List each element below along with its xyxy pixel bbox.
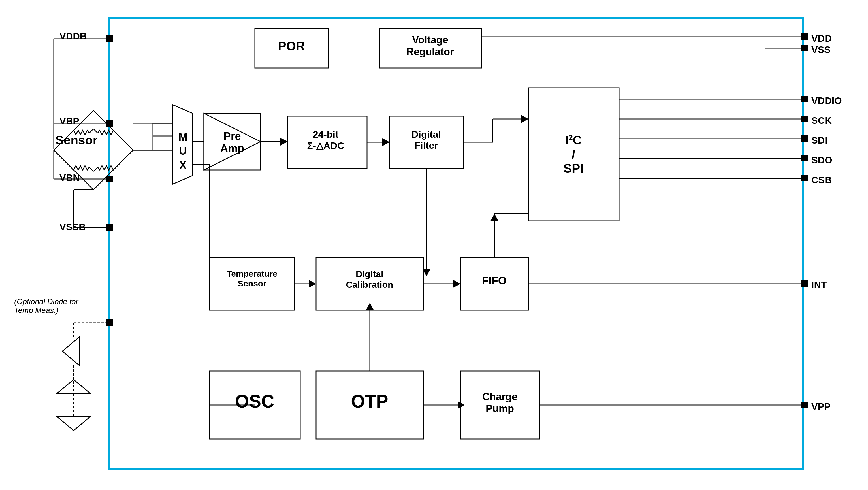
preamp-label: PreAmp [207,130,258,155]
svg-rect-67 [801,175,808,181]
svg-rect-63 [801,135,808,142]
svg-marker-37 [309,280,316,288]
diagram-container: VDDB VBP VBN VSSB Sensor MUX PreAmp 24-b… [11,11,855,479]
vddio-label: VDDIO [811,95,842,106]
svg-rect-59 [801,96,808,102]
vddb-label: VDDB [59,31,87,42]
por-label: POR [256,39,327,53]
osc-label: OSC [211,391,299,412]
vss-label: VSS [811,44,831,55]
svg-rect-69 [801,280,808,287]
digital-cal-label: DigitalCalibration [317,269,422,290]
sdi-label: SDI [811,135,828,146]
svg-marker-23 [280,137,288,146]
vbn-label: VBN [59,172,80,183]
vssb-label: VSSB [59,221,86,233]
svg-rect-61 [801,116,808,122]
svg-rect-55 [801,33,808,40]
adc-label: 24-bitΣ-△ADC [289,129,363,151]
otp-label: OTP [317,391,422,412]
svg-rect-65 [801,155,808,161]
sdo-label: SDO [811,155,832,166]
svg-marker-82 [57,416,91,431]
optional-diode-text: (Optional Diode forTemp Meas.) [14,297,79,315]
svg-rect-4 [106,120,113,127]
svg-marker-26 [382,138,390,146]
temp-sensor-label: TemperatureSensor [211,269,293,288]
fifo-label: FIFO [462,275,527,287]
voltage-regulator-label: VoltageRegulator [381,34,480,58]
sck-label: SCK [811,115,832,126]
mux-label: MUX [175,130,191,172]
svg-rect-6 [106,176,113,182]
svg-marker-43 [491,214,498,221]
svg-rect-71 [801,402,808,408]
csb-label: CSB [811,175,832,186]
svg-marker-40 [453,280,461,288]
svg-marker-75 [62,337,79,365]
vpp-label: VPP [811,401,831,412]
digital-filter-label: DigitalFilter [391,129,462,151]
vbp-label: VBP [59,116,79,127]
svg-rect-9 [106,224,113,231]
svg-rect-1 [106,35,113,42]
vdd-label: VDD [811,33,832,44]
svg-rect-57 [801,45,808,51]
svg-rect-74 [106,319,113,326]
svg-marker-31 [521,115,528,123]
i2c-spi-label: I2C/SPI [530,133,617,176]
charge-pump-label: ChargePump [462,391,538,415]
sensor-label: Sensor [48,133,105,147]
int-label: INT [811,279,827,290]
